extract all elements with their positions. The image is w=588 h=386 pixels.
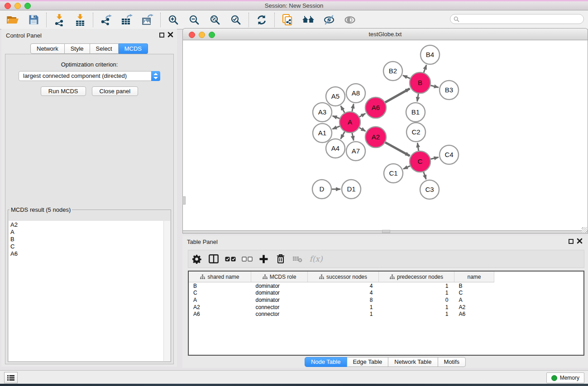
new-network-icon[interactable] <box>280 13 295 27</box>
graph-edge-A-A6[interactable] <box>359 114 365 117</box>
zoom-in-icon[interactable] <box>166 13 181 27</box>
close-table-panel-icon[interactable] <box>577 238 583 244</box>
graph-edge-C-C2[interactable] <box>417 143 418 151</box>
network-canvas[interactable]: B4B2BB3A8A5A6A3B1AA1C2A2A4A7C4CC1C3DD1 <box>182 40 588 231</box>
graph-edge-A2-C[interactable] <box>385 143 410 156</box>
network-graph[interactable]: B4B2BB3A8A5A6A3B1AA1C2A2A4A7C4CC1C3DD1 <box>183 40 588 230</box>
tab-motifs[interactable]: Motifs <box>438 357 466 367</box>
delete-table-icon[interactable] <box>289 251 306 267</box>
memory-button[interactable]: Memory <box>546 372 584 383</box>
show-columns-icon[interactable] <box>205 251 222 267</box>
table-cell[interactable]: 1 <box>379 310 454 318</box>
mcds-scrollbar[interactable] <box>163 221 170 361</box>
graph-edge-A-A5[interactable] <box>341 106 345 113</box>
export-table-icon[interactable] <box>120 13 134 27</box>
select-stepper-icon[interactable] <box>151 71 160 81</box>
table-cell[interactable]: 0 <box>379 296 454 304</box>
graph-node-B2[interactable]: B2 <box>383 62 402 81</box>
graph-edge-C-C3[interactable] <box>424 172 426 180</box>
tab-edge-table[interactable]: Edge Table <box>347 357 388 367</box>
column-header-shared-name[interactable]: shared name <box>189 272 251 282</box>
tab-select[interactable]: Select <box>90 43 119 54</box>
close-panel-icon[interactable] <box>167 32 173 38</box>
column-header-MCDS-role[interactable]: MCDS role <box>251 272 308 282</box>
column-header-predecessor-nodes[interactable]: predecessor nodes <box>379 272 454 282</box>
tab-network-table[interactable]: Network Table <box>388 357 438 367</box>
graph-node-A3[interactable]: A3 <box>313 103 332 122</box>
table-cell[interactable]: connector <box>251 310 308 318</box>
zoom-out-icon[interactable] <box>187 13 201 27</box>
graph-node-C3[interactable]: C3 <box>420 180 439 199</box>
import-network-icon[interactable] <box>52 13 67 27</box>
mcds-result-list[interactable]: A2ABCA6 <box>9 221 163 361</box>
graph-edge-C-C4[interactable] <box>430 157 438 159</box>
graph-edge-A-A7[interactable] <box>352 133 354 141</box>
tab-mcds[interactable]: MCDS <box>119 43 148 54</box>
graph-node-A8[interactable]: A8 <box>346 84 365 103</box>
graph-node-C[interactable]: C <box>410 151 430 172</box>
table-cell[interactable]: 8 <box>308 296 379 304</box>
table-cell[interactable]: connector <box>251 304 308 311</box>
table-cell[interactable]: B <box>454 282 494 290</box>
float-table-panel-icon[interactable] <box>569 239 574 244</box>
table-cell[interactable]: A6 <box>189 310 251 318</box>
graph-node-A7[interactable]: A7 <box>346 142 365 161</box>
select-all-check-icon[interactable] <box>222 251 239 267</box>
mcds-result-item[interactable]: A2 <box>10 221 163 229</box>
table-row[interactable]: A2connector11A2 <box>189 304 583 311</box>
tab-node-table[interactable]: Node Table <box>305 357 347 367</box>
table-cell[interactable]: A2 <box>454 304 494 311</box>
show-graphics-details-icon[interactable] <box>343 13 357 27</box>
table-cell[interactable]: 1 <box>308 310 379 318</box>
graph-edge-A-A4[interactable] <box>341 132 345 139</box>
mcds-result-item[interactable]: A <box>10 229 163 236</box>
canvas-bottom-handle[interactable] <box>382 230 390 233</box>
table-settings-icon[interactable] <box>188 251 205 267</box>
refresh-layout-icon[interactable] <box>254 13 269 27</box>
table-cell[interactable]: dominator <box>251 296 308 304</box>
graph-edge-A-A1[interactable] <box>332 126 339 129</box>
graph-node-B[interactable]: B <box>410 72 430 93</box>
graph-edge-C-C1[interactable] <box>403 166 410 169</box>
graph-node-C1[interactable]: C1 <box>384 164 403 183</box>
import-table-icon[interactable] <box>73 13 87 27</box>
table-cell[interactable]: A2 <box>189 304 251 311</box>
task-history-button[interactable] <box>4 372 18 383</box>
save-session-icon[interactable] <box>26 13 41 27</box>
close-panel-button[interactable]: Close panel <box>92 86 139 96</box>
search-input[interactable] <box>459 15 583 23</box>
run-mcds-button[interactable]: Run MCDS <box>41 86 86 96</box>
table-cell[interactable]: dominator <box>251 282 308 290</box>
table-row[interactable]: Cdominator41C <box>189 290 583 297</box>
open-file-icon[interactable] <box>5 13 20 27</box>
table-cell[interactable]: 4 <box>308 290 379 297</box>
add-row-icon[interactable] <box>255 251 272 267</box>
table-cell[interactable]: B <box>189 282 251 290</box>
graph-node-C2[interactable]: C2 <box>406 123 425 142</box>
graph-node-A6[interactable]: A6 <box>365 97 386 118</box>
table-cell[interactable]: 1 <box>379 282 454 290</box>
canvas-left-handle[interactable] <box>182 196 186 205</box>
tab-network[interactable]: Network <box>30 43 65 54</box>
table-cell[interactable]: dominator <box>251 290 308 297</box>
table-cell[interactable]: 1 <box>308 304 379 311</box>
table-cell[interactable]: C <box>189 290 251 297</box>
graph-node-B1[interactable]: B1 <box>406 103 425 122</box>
graph-edge-B-B4[interactable] <box>424 65 426 73</box>
graph-edge-A6-B[interactable] <box>385 89 410 103</box>
mcds-result-item[interactable]: C <box>10 243 163 250</box>
mcds-result-item[interactable]: A6 <box>10 250 163 257</box>
hide-panels-icon[interactable] <box>322 13 336 27</box>
graph-node-A2[interactable]: A2 <box>365 127 386 148</box>
table-cell[interactable]: 1 <box>379 304 454 311</box>
export-network-icon[interactable] <box>99 13 113 27</box>
criterion-select[interactable]: largest connected component (directed) <box>19 71 160 81</box>
zoom-selected-icon[interactable] <box>229 13 243 27</box>
mcds-result-item[interactable]: B <box>10 236 163 243</box>
delete-rows-icon[interactable] <box>272 251 289 267</box>
table-cell[interactable]: A <box>454 296 494 304</box>
graph-edge-A-A8[interactable] <box>352 104 354 112</box>
window-resize-grip[interactable] <box>582 227 587 233</box>
graph-node-C4[interactable]: C4 <box>440 145 459 164</box>
graph-node-B4[interactable]: B4 <box>421 45 440 64</box>
